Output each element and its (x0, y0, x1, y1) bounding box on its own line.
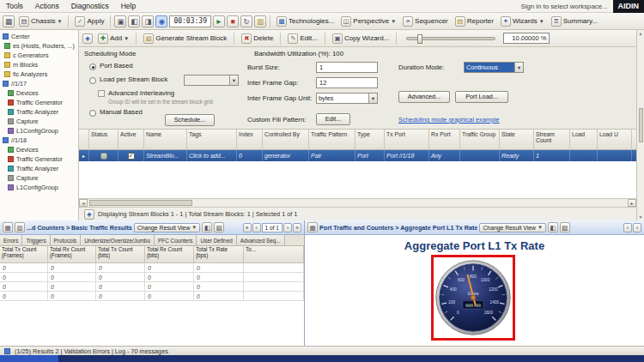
main-vertical-scrollbar[interactable]: ▲ ▼ (636, 30, 644, 220)
grid-view-icon[interactable]: ▦ (307, 222, 318, 232)
name-cell[interactable]: StreamBlo... (144, 150, 187, 161)
settings-icon[interactable]: ▧ (560, 222, 570, 232)
column-header[interactable]: Index (237, 130, 263, 149)
duration-mode-combo[interactable]: Continuous▼ (464, 62, 524, 73)
grid-view-icon[interactable]: ▦ (3, 222, 13, 232)
column-header[interactable]: Stream Count (534, 130, 570, 149)
column-header[interactable]: Tags (187, 130, 237, 149)
tab-pfc-counters[interactable]: PFC Counters (155, 235, 197, 245)
sequencer-button[interactable]: ≡ Sequencer (400, 15, 451, 27)
delete-button[interactable]: ✖ Delete (239, 33, 276, 45)
column-header[interactable]: Load U (598, 130, 632, 149)
copy-wizard-button[interactable]: ▣ Copy Wizard... (330, 33, 392, 45)
load-value-field[interactable]: 10.00000 % (503, 33, 550, 44)
change-result-view-button[interactable]: Change Result View ▼ (134, 223, 200, 232)
menu-actions[interactable]: Actions (29, 2, 65, 10)
tree-item-traffic-analyzers[interactable]: fic Analyzers (0, 69, 78, 79)
scroll-down-icon[interactable]: ▼ (639, 214, 643, 220)
active-checkbox[interactable]: ✓ (128, 153, 135, 160)
scroll-left-icon[interactable]: ◂ (79, 199, 88, 207)
tree-item-devices[interactable]: Devices (0, 88, 78, 98)
column-header[interactable]: Total Tx Count (bits) (96, 246, 145, 263)
summary-button[interactable]: ≣ Summary... (549, 15, 600, 27)
load-slider[interactable] (406, 37, 495, 40)
tags-cell[interactable]: Click to add... (187, 150, 237, 161)
settings-icon[interactable]: ▧ (214, 222, 224, 232)
tree-item-port-18[interactable]: //1/18 (0, 136, 78, 145)
chart-icon[interactable]: ▥ (254, 15, 266, 27)
table-row[interactable]: 0 0 0 0 0 (0, 263, 304, 273)
save-icon[interactable]: ▣ (114, 15, 126, 27)
start-traffic-icon[interactable]: ► (213, 15, 225, 27)
tab-triggers[interactable]: Triggers (22, 235, 50, 245)
signin-link[interactable]: Sign in to select workspace... (521, 3, 613, 10)
tree-item-traffic-analyzer[interactable]: Traffic Analyzer (0, 107, 78, 117)
capture-toggle-icon[interactable]: ◉ (155, 15, 167, 27)
load-units-combo[interactable]: ▼ (184, 75, 239, 86)
tree-item-capture[interactable]: Capture (0, 117, 78, 126)
scroll-thumb[interactable] (89, 200, 192, 206)
next-page-icon[interactable]: › (633, 223, 641, 232)
prev-page-icon[interactable]: ‹ (623, 223, 632, 232)
inter-frame-gap-input[interactable]: 12 (316, 77, 378, 88)
tree-item-traffic-generator-2[interactable]: Traffic Generator (0, 154, 78, 164)
tab-protocols[interactable]: Protocols (51, 235, 82, 245)
menu-help[interactable]: Help (115, 2, 142, 10)
column-header[interactable]: Traffic Pattern (309, 130, 355, 149)
last-page-icon[interactable]: » (293, 223, 301, 232)
column-header[interactable]: Type (355, 130, 385, 149)
custom-fill-edit-button[interactable]: Edit... (316, 113, 350, 125)
chart-view-icon[interactable]: ▥ (15, 222, 25, 232)
scheduling-example-link[interactable]: Scheduling mode graphical example (398, 116, 500, 124)
tree-item-l1configgroup[interactable]: L1ConfigGroup (0, 126, 78, 136)
grid-horizontal-scrollbar[interactable]: ◂ ▸ (79, 198, 636, 207)
scroll-thumb[interactable] (639, 108, 643, 142)
stop-traffic-icon[interactable]: ■ (227, 15, 239, 27)
burst-size-input[interactable]: 1 (316, 62, 378, 73)
tree-item-traffic-generators[interactable]: c Generators (0, 51, 78, 60)
apply-button[interactable]: ✓ Apply (72, 15, 106, 27)
column-header[interactable]: Traffic Group (460, 130, 500, 149)
tab-undersize-oversize-jumbo[interactable]: Undersize/Oversize/Jumbo (81, 235, 155, 245)
advanced-interleaving-checkbox[interactable] (98, 90, 105, 97)
column-header[interactable]: Rx Port (429, 130, 460, 149)
tab-advanced-seq[interactable]: Advanced Seq... (237, 235, 285, 245)
scroll-right-icon[interactable]: ▸ (628, 199, 636, 207)
menu-tools[interactable]: Tools (0, 2, 29, 10)
column-header[interactable]: Status (89, 130, 118, 149)
add-button[interactable]: ✚ Add ▼ (95, 33, 131, 45)
export-icon[interactable]: ◨ (142, 15, 154, 27)
slider-handle[interactable] (417, 34, 422, 44)
table-row[interactable]: 0 0 0 0 0 (0, 273, 304, 282)
first-page-icon[interactable]: « (243, 223, 252, 232)
column-header[interactable]: Name (144, 130, 187, 149)
prev-page-icon[interactable]: ‹ (252, 223, 261, 232)
port-load-button[interactable]: Port Load... (455, 91, 508, 103)
scroll-up-icon[interactable]: ▲ (639, 31, 643, 36)
column-header[interactable]: Load (570, 130, 598, 149)
status-text[interactable]: (1/25) Results 2 | Validation Errors | L… (15, 347, 168, 355)
column-header[interactable]: State (500, 130, 534, 149)
manual-based-radio[interactable] (89, 110, 96, 117)
tab-errors[interactable]: Errors (0, 235, 22, 245)
column-header[interactable]: Tx Port (385, 130, 429, 149)
tree-item-center[interactable]: Center (0, 32, 78, 41)
column-header[interactable]: Total Tx Count (Frames) (0, 246, 48, 263)
tree-item-stream-blocks[interactable]: m Blocks (0, 60, 78, 69)
menu-diagnostics[interactable]: Diagnostics (65, 2, 115, 10)
table-row[interactable]: 0 0 0 0 0 (0, 292, 304, 301)
refresh-icon[interactable]: ↻ (240, 15, 252, 27)
tree-item-traffic-generator[interactable]: Traffic Generator (0, 98, 78, 107)
inter-frame-gap-unit-combo[interactable]: bytes▼ (316, 93, 378, 104)
column-header[interactable]: To... (244, 246, 304, 263)
tree-item-devices-group[interactable]: es (Hosts, Routers, ...) (0, 41, 78, 51)
wizards-button[interactable]: ✦ Wizards ▼ (498, 15, 547, 27)
column-header[interactable]: Active (118, 130, 144, 149)
generate-stream-block-button[interactable]: ▧ Generate Stream Block (141, 33, 229, 45)
tree-item-traffic-analyzer-2[interactable]: Traffic Analyzer (0, 164, 78, 173)
perspective-button[interactable]: ◫ Perspective ▼ (338, 15, 398, 27)
import-icon[interactable]: ◧ (128, 15, 140, 27)
port-based-radio[interactable] (89, 63, 96, 70)
tree-item-port-17[interactable]: //1/17 (0, 79, 78, 88)
stream-grid-row-selected[interactable]: ▸ ✓ StreamBlo... Click to add... 0 gener… (79, 150, 636, 161)
